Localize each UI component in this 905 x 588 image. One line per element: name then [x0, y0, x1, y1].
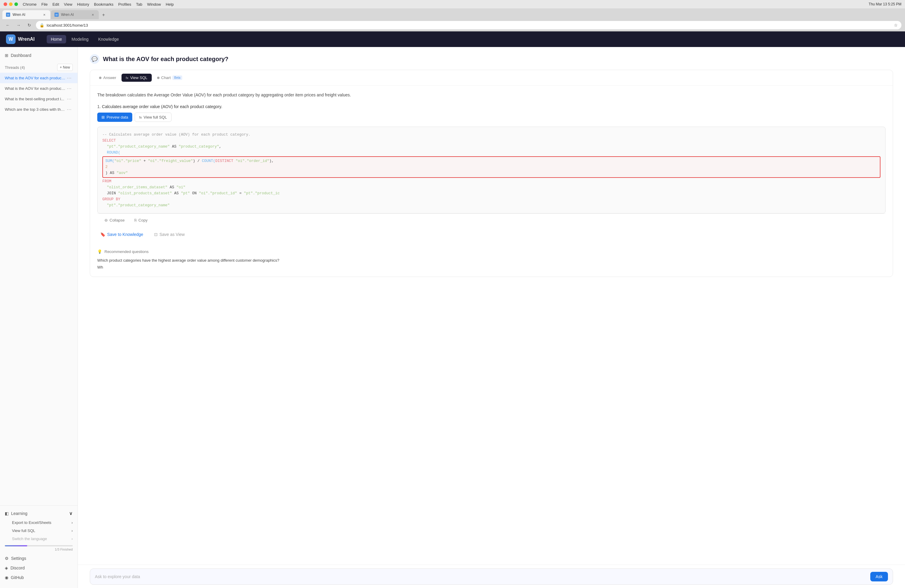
learning-item-1-label: Export to Excel/Sheets [12, 520, 51, 525]
forward-button[interactable]: → [14, 21, 23, 29]
tab-sql-label: View SQL [130, 75, 148, 80]
sidebar-discord[interactable]: ◈ Discord [0, 563, 78, 573]
nav-home[interactable]: Home [47, 35, 66, 43]
tab-1[interactable]: W Wren AI ✕ [2, 10, 50, 19]
thread-item-4[interactable]: Which are the top 3 cities with the... ⋯ [0, 104, 78, 114]
app-nav: W WrenAI Home Modeling Knowledge [0, 32, 905, 47]
nav-knowledge[interactable]: Knowledge [94, 35, 123, 43]
tab-view-sql[interactable]: fx View SQL [122, 74, 151, 82]
new-tab-button[interactable]: + [99, 11, 108, 19]
browser-chrome: W Wren AI ✕ W Wren AI ✕ + ← → ↻ 🔒 localh… [0, 8, 905, 32]
menu-view[interactable]: View [64, 2, 72, 6]
learning-item-1[interactable]: Export to Excel/Sheets › [0, 518, 78, 527]
thread-item-2-more[interactable]: ⋯ [65, 86, 73, 91]
learning-section[interactable]: ◧ Learning ∨ [0, 508, 78, 518]
menu-bar[interactable]: Chrome File Edit View History Bookmarks … [23, 2, 173, 6]
progress-bar-container: 1/3 Finished [5, 545, 73, 551]
maximize-button[interactable] [14, 2, 18, 6]
code-groupby: GROUP BY [102, 196, 880, 202]
learning-item-2[interactable]: View full SQL › [0, 527, 78, 535]
discord-label: Discord [11, 566, 25, 571]
discord-icon: ◈ [5, 566, 8, 571]
thread-item-1-more[interactable]: ⋯ [65, 75, 73, 81]
sidebar-settings[interactable]: ⚙ Settings [0, 553, 78, 563]
fx-btn-icon: fx [139, 116, 142, 119]
chart-dot [157, 77, 159, 79]
address-bar-icons: ☆ [894, 23, 898, 27]
tab-1-favicon: W [6, 13, 10, 17]
menu-chrome[interactable]: Chrome [23, 2, 37, 6]
sidebar-github[interactable]: ◉ GitHub [0, 573, 78, 582]
learning-item-1-arrow: › [71, 520, 73, 525]
menu-bookmarks[interactable]: Bookmarks [94, 2, 113, 6]
url-text: localhost:3001/home/13 [47, 23, 88, 27]
menu-edit[interactable]: Edit [52, 2, 59, 6]
learning-label: Learning [11, 511, 27, 516]
recommended-title: 💡 Recommended questions [97, 250, 886, 254]
minimize-button[interactable] [9, 2, 13, 6]
dashboard-label: Dashboard [11, 53, 32, 58]
copy-button[interactable]: ⎘ Copy [132, 217, 150, 224]
tab-2[interactable]: W Wren AI ✕ [51, 10, 99, 19]
question-icon: 💬 [90, 54, 99, 64]
code-join: JOIN "olist_products_dataset" AS "pt" ON… [102, 191, 880, 196]
progress-fill [5, 545, 27, 547]
app-nav-items: Home Modeling Knowledge [47, 35, 123, 43]
collapse-label: Collapse [110, 218, 125, 222]
tab-2-close[interactable]: ✕ [90, 12, 95, 17]
learning-item-3-label: Switch the language [12, 537, 47, 541]
preview-data-button[interactable]: ⊞ Prevew data [97, 113, 132, 122]
learning-item-3[interactable]: Switch the language › [0, 535, 78, 543]
new-thread-button[interactable]: + New [57, 64, 73, 71]
nav-modeling[interactable]: Modeling [67, 35, 93, 43]
save-view-label: Save as View [159, 232, 185, 237]
ask-bar-container: Ask [78, 565, 905, 588]
tab-1-close[interactable]: ✕ [42, 12, 47, 17]
sidebar: ⊞ Dashboard Threads (4) + New What is th… [0, 47, 78, 588]
ask-input[interactable] [95, 574, 867, 579]
recommended-question-1[interactable]: Which product categories have the highes… [97, 257, 886, 264]
progress-bar [5, 545, 73, 547]
recommended-question-2[interactable]: Wh [97, 264, 886, 271]
response-tabs: Answer fx View SQL Chart Beta [90, 70, 893, 86]
menu-help[interactable]: Help [166, 2, 174, 6]
tab-answer-label: Answer [103, 75, 116, 80]
ask-button[interactable]: Ask [870, 572, 888, 582]
lightbulb-icon: 💡 [97, 250, 102, 254]
menu-file[interactable]: File [41, 2, 48, 6]
learning-item-3-arrow: › [71, 537, 73, 541]
app: W WrenAI Home Modeling Knowledge ⊞ Dashb… [0, 32, 905, 588]
close-button[interactable] [3, 2, 7, 6]
save-as-view-button[interactable]: ⊡ Save as View [151, 230, 188, 238]
sidebar-dashboard[interactable]: ⊞ Dashboard [0, 51, 78, 60]
code-round-open: ROUND( [102, 150, 880, 156]
window-controls[interactable] [3, 2, 18, 6]
learning-chevron-icon: ∨ [69, 510, 73, 516]
save-to-knowledge-button[interactable]: 🔖 Save to Knowledge [97, 230, 146, 238]
thread-item-2[interactable]: What is the AOV for each product ... ⋯ [0, 83, 78, 94]
thread-item-3-more[interactable]: ⋯ [65, 96, 73, 102]
learning-left: ◧ Learning [5, 511, 27, 516]
code-groupby-col: "pt"."product_category_name" [102, 202, 880, 208]
thread-item-3[interactable]: What is the best-selling product i... ⋯ [0, 94, 78, 104]
tab-chart[interactable]: Chart Beta [153, 74, 186, 82]
menu-window[interactable]: Window [147, 2, 161, 6]
tab-answer[interactable]: Answer [95, 74, 120, 82]
thread-item-1[interactable]: What is the AOV for each product ... ⋯ [0, 73, 78, 83]
view-full-sql-button[interactable]: fx View full SQL [135, 113, 171, 122]
progress-label: 1/3 Finished [5, 548, 73, 551]
refresh-button[interactable]: ↻ [25, 21, 33, 29]
menu-tab[interactable]: Tab [136, 2, 142, 6]
back-button[interactable]: ← [3, 21, 12, 29]
address-bar[interactable]: 🔒 localhost:3001/home/13 ☆ [36, 21, 902, 29]
collapse-button[interactable]: ⊖ Collapse [102, 217, 127, 224]
menu-profiles[interactable]: Profiles [118, 2, 131, 6]
recommended-title-text: Recommended questions [105, 250, 148, 254]
star-icon[interactable]: ☆ [894, 23, 898, 27]
step-text: Calculates average order value (AOV) for… [102, 104, 222, 109]
question-text: What is the AOV for each product categor… [103, 56, 229, 63]
title-bar: Chrome File Edit View History Bookmarks … [0, 0, 905, 8]
menu-history[interactable]: History [77, 2, 89, 6]
code-comment-line: -- Calculates average order value (AOV) … [102, 132, 880, 138]
thread-item-4-more[interactable]: ⋯ [65, 106, 73, 112]
